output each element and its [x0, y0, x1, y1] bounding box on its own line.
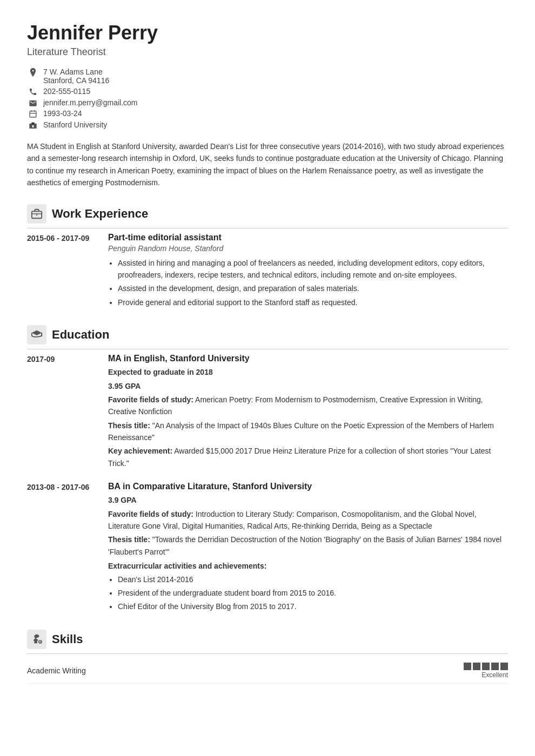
edu-field-label-1-2: Thesis title: [108, 535, 150, 544]
skills-header: Skills [27, 630, 508, 654]
education-section: Education 2017-09 MA in English, Stanfor… [27, 325, 508, 615]
work-experience-header: Work Experience [27, 204, 508, 228]
svg-point-11 [39, 640, 42, 644]
skills-title: Skills [52, 632, 83, 646]
edu-degree-1: BA in Comparative Litarature, Stanford U… [108, 482, 508, 491]
edu-field-text-1-2: "Towards the Derridian Decostruction of … [108, 535, 501, 556]
phone-icon [27, 87, 39, 96]
edu-entry-0: 2017-09 MA in English, Stanford Universi… [27, 354, 508, 471]
header: Jennifer Perry Literature Theorist [27, 22, 508, 58]
edu-date-1: 2013-08 - 2017-06 [27, 482, 108, 615]
phone-text: 202-555-0115 [43, 87, 90, 96]
dot-0-5 [500, 663, 508, 670]
candidate-title: Literature Theorist [27, 46, 508, 58]
edu-entry-1: 2013-08 - 2017-06 BA in Comparative Lita… [27, 482, 508, 615]
candidate-name: Jennifer Perry [27, 22, 508, 44]
edu-field-1-2: Thesis title: "Towards the Derridian Dec… [108, 534, 508, 558]
edu-content-1: BA in Comparative Litarature, Stanford U… [108, 482, 508, 615]
edu-field-0-1: 3.95 GPA [108, 380, 508, 392]
address-item: 7 W. Adams Lane Stanford, CA 94116 [27, 68, 508, 85]
edu-field-text-0-3: "An Analysis of the Impact of 1940s Blue… [108, 421, 494, 442]
dot-0-1 [464, 663, 471, 670]
edu-field-bold-0-0: Expected to graduate in 2018 [108, 368, 213, 376]
edu-field-bold-0-1: 3.95 GPA [108, 382, 141, 390]
edu-bullet-1-2: Chief Editor of the University Blog from… [118, 600, 508, 612]
university-text: Stanford University [43, 120, 107, 129]
contact-block: 7 W. Adams Lane Stanford, CA 94116 202-5… [27, 68, 508, 130]
work-experience-title: Work Experience [52, 207, 148, 221]
edu-field-1-0: 3.9 GPA [108, 494, 508, 506]
edu-field-label-0-2: Favorite fields of study: [108, 395, 193, 404]
svg-rect-6 [32, 125, 34, 127]
email-text: jennifer.m.perry@gmail.com [43, 98, 138, 107]
education-title: Education [52, 328, 109, 342]
svg-rect-5 [31, 123, 34, 124]
dot-0-2 [473, 663, 480, 670]
university-icon [27, 121, 39, 130]
edu-degree-0: MA in English, Stanford University [108, 354, 508, 363]
edu-field-0-2: Favorite fields of study: American Poetr… [108, 394, 508, 418]
work-experience-section: Work Experience 2015-06 - 2017-09 Part-t… [27, 204, 508, 310]
education-header: Education [27, 325, 508, 349]
edu-field-0-4: Key achievement: Awarded $15,000 2017 Dr… [108, 445, 508, 469]
edu-field-label-0-4: Key achievement: [108, 447, 172, 455]
skills-icon [27, 630, 46, 649]
svg-rect-0 [30, 111, 36, 117]
edu-field-label-1-3: Extracurricular activities and achieveme… [108, 562, 266, 570]
skill-row-0: Academic Writing Excellent [27, 658, 508, 684]
work-content-0: Part-time editorial assistant Penguin Ra… [108, 233, 508, 310]
edu-field-label-0-3: Thesis title: [108, 421, 150, 430]
edu-content-0: MA in English, Stanford University Expec… [108, 354, 508, 471]
dob-item: 1993-03-24 [27, 109, 508, 118]
work-org-0: Penguin Random House, Stanford [108, 244, 508, 253]
date-icon [27, 110, 39, 118]
edu-field-0-3: Thesis title: "An Analysis of the Impact… [108, 420, 508, 444]
work-bullet-0-0: Assisted in hiring and managing a pool o… [118, 257, 508, 281]
edu-field-1-1: Favorite fields of study: Introduction t… [108, 508, 508, 532]
email-icon [27, 99, 39, 106]
education-icon [27, 325, 46, 345]
work-date-0: 2015-06 - 2017-09 [27, 233, 108, 310]
edu-bullet-1-1: President of the undergraduate student b… [118, 587, 508, 599]
skill-level-0: Excellent [482, 671, 508, 679]
edu-date-0: 2017-09 [27, 354, 108, 471]
address-line2: Stanford, CA 94116 [43, 76, 109, 85]
phone-item: 202-555-0115 [27, 87, 508, 96]
university-item: Stanford University [27, 120, 508, 130]
edu-bullets-1: Dean's List 2014-2016 President of the u… [108, 573, 508, 613]
edu-bullet-1-0: Dean's List 2014-2016 [118, 573, 508, 585]
edu-field-1-3: Extracurricular activities and achieveme… [108, 560, 508, 572]
work-bullets-0: Assisted in hiring and managing a pool o… [108, 257, 508, 309]
work-entry-0: 2015-06 - 2017-09 Part-time editorial as… [27, 233, 508, 310]
edu-field-bold-1-0: 3.9 GPA [108, 496, 137, 504]
dot-0-4 [491, 663, 499, 670]
skill-name-0: Academic Writing [27, 666, 86, 675]
skill-right-0: Excellent [464, 663, 508, 679]
work-experience-icon [27, 204, 46, 224]
work-bullet-0-1: Assisted in the development, design, and… [118, 282, 508, 294]
work-jobtitle-0: Part-time editorial assistant [108, 233, 508, 242]
location-icon [27, 68, 39, 78]
work-bullet-0-2: Provide general and editorial support to… [118, 296, 508, 308]
skills-section: Skills Academic Writing Excellent [27, 630, 508, 684]
dot-0-3 [482, 663, 490, 670]
address-line1: 7 W. Adams Lane [43, 68, 109, 76]
edu-field-label-1-1: Favorite fields of study: [108, 510, 193, 518]
summary-text: MA Student in English at Stanford Univer… [27, 140, 508, 189]
dob-text: 1993-03-24 [43, 109, 82, 118]
email-item: jennifer.m.perry@gmail.com [27, 98, 508, 107]
edu-field-0-0: Expected to graduate in 2018 [108, 366, 508, 378]
skill-dots-0 [464, 663, 508, 670]
